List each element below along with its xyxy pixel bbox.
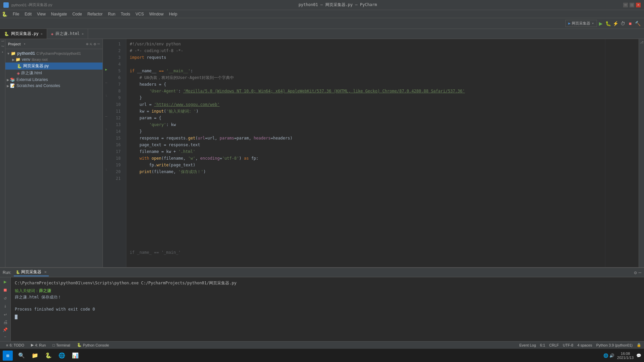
- git-sidebar-icon[interactable]: ⎇: [640, 41, 643, 44]
- tab-terminal[interactable]: □ Terminal: [49, 341, 73, 349]
- run-command-text: C:\PycharmProjects\python01\venv\Scripts…: [15, 281, 237, 285]
- gutter-19: [103, 160, 110, 167]
- fold-icon-20[interactable]: └: [106, 169, 107, 172]
- build-button[interactable]: 🔨: [634, 20, 641, 27]
- stop-button[interactable]: ■: [627, 20, 634, 27]
- external-libs-arrow-icon: ▶: [7, 78, 9, 82]
- code-bottom-preview: if _name_ == '_main_': [130, 249, 602, 256]
- window-controls[interactable]: ─ □ ✕: [623, 3, 641, 7]
- scroll-end-button[interactable]: ↓: [4, 303, 6, 309]
- run-again-button[interactable]: ▶: [4, 279, 6, 284]
- gutter-5[interactable]: ▶: [103, 66, 110, 73]
- run-configuration-selector[interactable]: ▶ 网页采集器 ▾: [565, 20, 597, 27]
- tab-run[interactable]: ▶ 4: Run: [28, 341, 49, 349]
- minimize-button[interactable]: ─: [623, 3, 628, 7]
- ln-16: 16: [110, 142, 123, 148]
- fold-icon-14[interactable]: └: [106, 128, 107, 131]
- code-line-14: }: [130, 128, 602, 135]
- soft-wrap-button[interactable]: ↵: [4, 311, 6, 317]
- stop-run-button[interactable]: ■: [4, 287, 6, 292]
- line-ending[interactable]: CRLF: [549, 343, 559, 347]
- menu-run[interactable]: Run: [105, 11, 118, 17]
- tab-薛之谦[interactable]: ◈ 薛之谦.html ✕: [47, 29, 88, 39]
- html-icon: ◈: [17, 71, 20, 76]
- tree-scratches-label: Scratches and Consoles: [16, 83, 60, 88]
- run-tab-close-icon[interactable]: ✕: [44, 270, 47, 274]
- menu-help[interactable]: Help: [166, 11, 180, 17]
- ln-4: 4: [110, 61, 123, 68]
- more-button[interactable]: ⋯: [4, 335, 6, 338]
- taskbar-clock[interactable]: 16:08 2021/1/13: [617, 352, 634, 360]
- taskbar-other[interactable]: 📊: [69, 350, 81, 362]
- taskbar-fileexplorer[interactable]: 📁: [29, 350, 41, 362]
- collapse-all-icon[interactable]: ⇱: [90, 42, 92, 46]
- taskbar-search[interactable]: 🔍: [15, 350, 28, 362]
- run-exit-line: Process finished with exit code 0: [15, 306, 640, 313]
- add-item-icon[interactable]: ⊕: [86, 42, 88, 46]
- notification-area: 🌐 🔊: [603, 353, 614, 358]
- run-panel-settings-icon[interactable]: ⚙: [634, 270, 637, 275]
- project-dropdown-icon[interactable]: ▾: [24, 42, 26, 46]
- menu-edit[interactable]: Edit: [22, 11, 34, 17]
- structure-sidebar-icon[interactable]: 2: [1, 45, 4, 47]
- run-button[interactable]: ▶: [597, 20, 604, 27]
- menu-refactor[interactable]: Refactor: [85, 11, 105, 17]
- encoding[interactable]: UTF-8: [563, 343, 573, 347]
- menu-code[interactable]: Code: [70, 11, 85, 17]
- todo-label: 6: TODO: [9, 343, 24, 347]
- menu-file[interactable]: File: [10, 11, 22, 17]
- hide-panel-icon[interactable]: ─: [97, 42, 100, 46]
- fold-icon-9[interactable]: └: [106, 95, 107, 98]
- fold-icon-7[interactable]: ─: [105, 81, 107, 85]
- start-button[interactable]: ⊞: [3, 351, 13, 361]
- ln-12: 12: [110, 115, 123, 121]
- menu-vcs[interactable]: VCS: [133, 11, 147, 17]
- code-editor[interactable]: #!/usr/bin/env python # -*- coding:utf-8…: [126, 39, 605, 267]
- coverage-button[interactable]: ⚡: [612, 20, 619, 27]
- rerun-button[interactable]: ↺: [4, 295, 6, 300]
- tree-item-external-libs[interactable]: ▶ 📚 External Libraries: [5, 77, 103, 83]
- ln-18: 18: [110, 155, 123, 162]
- gutter-11: [103, 106, 110, 113]
- event-log-label[interactable]: Event Log: [519, 343, 536, 347]
- indent[interactable]: 4 spaces: [577, 343, 592, 347]
- tree-item-scratches[interactable]: ▶ 📝 Scratches and Consoles: [5, 83, 103, 89]
- pin-button[interactable]: 📌: [3, 327, 8, 332]
- menu-tools[interactable]: Tools: [118, 11, 133, 17]
- ln-8: 8: [110, 88, 123, 94]
- tree-item-webcrawler[interactable]: 🐍 网页采集器.py: [5, 63, 103, 70]
- tree-item-html[interactable]: ◈ 薛之谦.html: [5, 70, 103, 77]
- tab-label-html: 薛之谦.html: [55, 31, 80, 37]
- ln-3: 3: [110, 54, 123, 61]
- editor-area[interactable]: ▶ ─ └ ─ └ └ 1 2: [103, 39, 639, 267]
- run-tab-webcrawler[interactable]: 🐍 网页采集器 ✕: [14, 269, 49, 276]
- titlebar: python01 › 网页采集器.py python01 – 网页采集器.py …: [0, 0, 644, 10]
- code-line-18: with open(filename, 'w', encoding='utf-8…: [130, 155, 602, 162]
- notification-icon[interactable]: 💬: [636, 353, 641, 358]
- menu-navigate[interactable]: Navigate: [48, 11, 70, 17]
- menu-view[interactable]: View: [34, 11, 48, 17]
- fold-icon-12[interactable]: ─: [105, 115, 107, 118]
- debug-button[interactable]: 🐛: [604, 20, 612, 27]
- run-panel-minimize-icon[interactable]: ─: [639, 270, 641, 275]
- print-button[interactable]: 🖨: [3, 319, 8, 325]
- close-button[interactable]: ✕: [636, 3, 641, 7]
- terminal-label: Terminal: [56, 343, 70, 347]
- project-sidebar-icon[interactable]: 1: [1, 40, 4, 42]
- tab-网页采集器[interactable]: 🐍 网页采集器.py ✕: [0, 29, 47, 39]
- maximize-button[interactable]: □: [630, 3, 634, 7]
- code-line-6: # UA伪装，将对应的User-Agent封装到一个字典中: [130, 74, 602, 81]
- taskbar-pycharm[interactable]: 🐍: [42, 350, 54, 362]
- tree-item-venv[interactable]: ▶ 📁 venv library root: [5, 56, 103, 63]
- interpreter[interactable]: Python 3.9 (python01): [596, 343, 633, 347]
- tab-close-active[interactable]: ✕: [41, 32, 43, 36]
- taskbar-chrome[interactable]: 🌐: [56, 350, 68, 362]
- tab-close-html[interactable]: ✕: [82, 32, 84, 36]
- favorites-sidebar-icon[interactable]: ★: [1, 50, 4, 53]
- profile-button[interactable]: ⏱: [619, 20, 627, 27]
- tree-item-python01[interactable]: ▼ 📁 python01 C:\PycharmProjects\python01: [5, 50, 103, 56]
- tab-python-console[interactable]: 🐍 Python Console: [74, 341, 113, 349]
- settings-icon[interactable]: ⚙: [94, 42, 96, 46]
- menu-window[interactable]: Window: [147, 11, 166, 17]
- tab-todo[interactable]: ≡ 6: TODO: [3, 341, 28, 349]
